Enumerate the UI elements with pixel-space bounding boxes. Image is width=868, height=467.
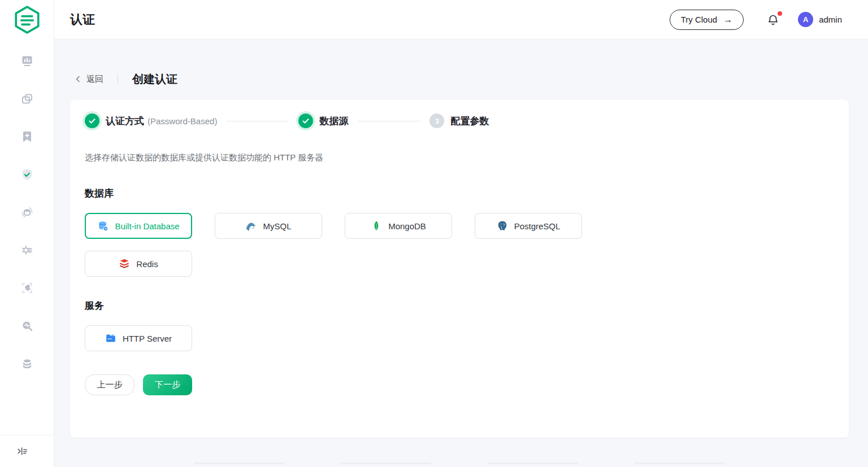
service-options: HTTP HTTP Server [85,325,650,351]
breadcrumb-title: 创建认证 [132,72,177,87]
option-builtin-database[interactable]: Built-in Database [85,213,192,239]
stepper: 认证方式 (Password-Based) 数据源 [85,114,834,128]
header-right: Try Cloud → A admin [670,10,842,30]
postgresql-icon [497,220,508,232]
back-link[interactable]: 返回 [70,74,103,85]
sidebar-nav [0,54,54,370]
next-step-button[interactable]: 下一步 [143,374,192,395]
step-3-label: 配置参数 [450,115,489,128]
step-1-done-circle [85,114,99,128]
data-storage-icon[interactable] [20,357,34,370]
option-label: HTTP Server [123,334,172,343]
step-data-source: 数据源 [298,114,348,128]
builtin-database-icon [97,220,108,232]
breadcrumb-divider [118,74,118,84]
option-label: PostgreSQL [514,221,561,231]
option-label: MongoDB [388,221,426,231]
try-cloud-button[interactable]: Try Cloud → [670,10,744,30]
username: admin [819,15,842,24]
redis-icon [119,258,130,269]
notification-dot [778,11,782,16]
user-menu[interactable]: A admin [798,12,842,27]
check-icon [302,117,310,125]
access-control-shield-icon[interactable] [20,168,34,181]
option-label: Built-in Database [115,221,179,231]
arrow-right-icon: → [723,15,732,24]
option-postgresql[interactable]: PostgreSQL [475,213,582,239]
subscriptions-bookmark-icon[interactable] [20,130,34,143]
step-2-label: 数据源 [319,115,348,128]
step-3-pending-circle: 3 [429,114,444,128]
breadcrumb: 返回 创建认证 [70,71,849,87]
content-area: 返回 创建认证 认证方式 (Password-Based) [54,40,868,467]
diagnose-search-icon[interactable] [20,319,34,333]
app-root: 认证 Try Cloud → A admin [0,0,868,467]
check-icon [88,117,96,125]
option-redis[interactable]: Redis [85,251,192,277]
sidebar [0,0,54,467]
step-connector [358,121,420,121]
chevron-left-icon [75,76,81,82]
page-title: 认证 [70,11,95,28]
step-config-params: 3 配置参数 [429,114,489,128]
monitoring-dashboard-icon[interactable] [20,54,34,68]
data-integration-icon[interactable] [20,206,34,219]
try-cloud-label: Try Cloud [681,15,717,24]
option-label: MySQL [263,221,291,231]
option-label: Redis [136,259,158,269]
http-server-icon: HTTP [105,333,116,344]
emqx-logo-icon [12,5,42,34]
service-section-title: 服务 [85,299,834,312]
main-column: 认证 Try Cloud → A admin [54,0,868,467]
step-connector [227,121,289,121]
wizard-actions: 上一步 下一步 [85,374,834,395]
mongodb-icon [371,220,382,232]
step-1-sublabel: (Password-Based) [147,116,217,126]
expand-sidebar-icon[interactable] [16,445,29,457]
footer-clipped-text [70,462,849,464]
management-gear-icon[interactable] [20,243,34,257]
svg-text:HTTP: HTTP [107,338,112,341]
step-auth-method: 认证方式 (Password-Based) [85,114,217,128]
option-mysql[interactable]: MySQL [215,213,322,239]
step-description: 选择存储认证数据的数据库或提供认证数据功能的 HTTP 服务器 [85,152,834,163]
database-section-title: 数据库 [85,187,834,200]
emqx-logo[interactable] [0,0,54,40]
database-options: Built-in Database MySQL [85,213,650,277]
previous-step-button[interactable]: 上一步 [85,374,134,395]
extensions-puzzle-icon[interactable] [20,281,34,295]
top-header: 认证 Try Cloud → A admin [54,0,868,40]
back-label: 返回 [86,74,103,85]
step-1-label: 认证方式 [106,115,144,128]
avatar: A [798,12,813,27]
connections-icon[interactable] [20,92,34,106]
step-2-done-circle [298,114,313,128]
option-http-server[interactable]: HTTP HTTP Server [85,325,192,351]
sidebar-footer [0,435,54,467]
mysql-icon [245,220,257,232]
option-mongodb[interactable]: MongoDB [345,213,452,239]
wizard-card: 认证方式 (Password-Based) 数据源 [70,100,849,438]
notifications-bell[interactable] [766,13,780,27]
